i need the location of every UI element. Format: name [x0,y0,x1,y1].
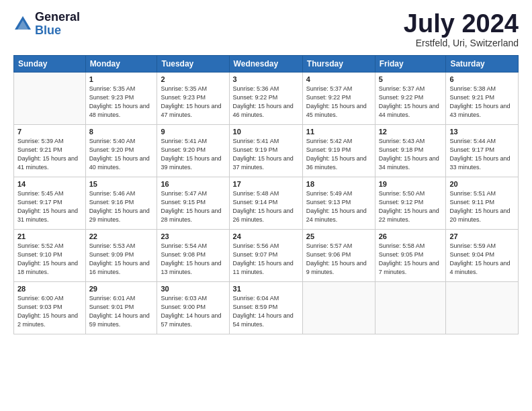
col-friday: Friday [375,56,446,73]
day-info: Sunrise: 5:58 AMSunset: 9:05 PMDaylight:… [379,242,443,277]
calendar-cell: 21Sunrise: 5:52 AMSunset: 9:10 PMDayligh… [14,230,86,282]
calendar-cell: 15Sunrise: 5:46 AMSunset: 9:16 PMDayligh… [85,177,157,230]
calendar-cell: 7Sunrise: 5:39 AMSunset: 9:21 PMDaylight… [14,125,86,177]
day-info: Sunrise: 6:03 AMSunset: 9:00 PMDaylight:… [161,294,225,329]
day-info: Sunrise: 5:56 AMSunset: 9:07 PMDaylight:… [233,242,299,277]
day-info: Sunrise: 5:38 AMSunset: 9:21 PMDaylight:… [449,85,515,120]
month-title: July 2024 [404,11,519,36]
calendar-cell: 27Sunrise: 5:59 AMSunset: 9:04 PMDayligh… [446,230,519,282]
day-number: 19 [379,180,443,188]
day-info: Sunrise: 5:57 AMSunset: 9:06 PMDaylight:… [306,242,371,277]
header-row: Sunday Monday Tuesday Wednesday Thursday… [14,56,519,73]
day-info: Sunrise: 5:54 AMSunset: 9:08 PMDaylight:… [161,242,225,277]
calendar-week-row: 28Sunrise: 6:00 AMSunset: 9:03 PMDayligh… [14,282,519,334]
day-number: 28 [17,285,82,293]
day-info: Sunrise: 5:46 AMSunset: 9:16 PMDaylight:… [89,189,154,224]
day-number: 3 [233,75,299,83]
logo-blue: Blue [35,24,80,38]
calendar-cell: 24Sunrise: 5:56 AMSunset: 9:07 PMDayligh… [229,230,302,282]
day-number: 18 [306,180,371,188]
calendar-cell: 5Sunrise: 5:37 AMSunset: 9:22 PMDaylight… [375,73,446,125]
calendar-cell: 9Sunrise: 5:41 AMSunset: 9:20 PMDaylight… [157,125,229,177]
day-number: 27 [449,232,515,240]
day-number: 13 [449,128,515,136]
day-info: Sunrise: 5:37 AMSunset: 9:22 PMDaylight:… [379,85,443,120]
day-number: 5 [379,75,443,83]
day-number: 30 [161,285,225,293]
calendar-cell: 30Sunrise: 6:03 AMSunset: 9:00 PMDayligh… [157,282,229,334]
calendar-cell: 8Sunrise: 5:40 AMSunset: 9:20 PMDaylight… [85,125,157,177]
calendar-cell: 18Sunrise: 5:49 AMSunset: 9:13 PMDayligh… [302,177,375,230]
day-number: 21 [17,232,82,240]
calendar-week-row: 1Sunrise: 5:35 AMSunset: 9:23 PMDaylight… [14,73,519,125]
day-number: 2 [161,75,225,83]
day-number: 20 [449,180,515,188]
day-info: Sunrise: 5:59 AMSunset: 9:04 PMDaylight:… [449,242,515,277]
day-number: 8 [89,128,154,136]
calendar-cell [446,282,519,334]
day-number: 29 [89,285,154,293]
day-info: Sunrise: 5:48 AMSunset: 9:14 PMDaylight:… [233,189,299,224]
calendar-cell: 3Sunrise: 5:36 AMSunset: 9:22 PMDaylight… [229,73,302,125]
logo: General Blue [13,11,80,38]
calendar-cell: 22Sunrise: 5:53 AMSunset: 9:09 PMDayligh… [85,230,157,282]
day-info: Sunrise: 5:41 AMSunset: 9:19 PMDaylight:… [233,137,299,172]
day-info: Sunrise: 5:40 AMSunset: 9:20 PMDaylight:… [89,137,154,172]
day-number: 24 [233,232,299,240]
calendar-cell: 2Sunrise: 5:35 AMSunset: 9:23 PMDaylight… [157,73,229,125]
calendar-week-row: 7Sunrise: 5:39 AMSunset: 9:21 PMDaylight… [14,125,519,177]
day-info: Sunrise: 5:49 AMSunset: 9:13 PMDaylight:… [306,189,371,224]
calendar-cell: 11Sunrise: 5:42 AMSunset: 9:19 PMDayligh… [302,125,375,177]
day-number: 26 [379,232,443,240]
day-info: Sunrise: 5:35 AMSunset: 9:23 PMDaylight:… [89,85,154,120]
calendar-table: Sunday Monday Tuesday Wednesday Thursday… [13,55,519,334]
calendar-week-row: 21Sunrise: 5:52 AMSunset: 9:10 PMDayligh… [14,230,519,282]
col-wednesday: Wednesday [229,56,302,73]
calendar-cell: 16Sunrise: 5:47 AMSunset: 9:15 PMDayligh… [157,177,229,230]
day-number: 22 [89,232,154,240]
day-info: Sunrise: 5:39 AMSunset: 9:21 PMDaylight:… [17,137,82,172]
calendar-cell: 25Sunrise: 5:57 AMSunset: 9:06 PMDayligh… [302,230,375,282]
calendar-cell: 26Sunrise: 5:58 AMSunset: 9:05 PMDayligh… [375,230,446,282]
day-info: Sunrise: 5:45 AMSunset: 9:17 PMDaylight:… [17,189,82,224]
day-info: Sunrise: 5:42 AMSunset: 9:19 PMDaylight:… [306,137,371,172]
day-number: 1 [89,75,154,83]
page: General Blue July 2024 Erstfeld, Uri, Sw… [0,0,532,411]
day-info: Sunrise: 5:37 AMSunset: 9:22 PMDaylight:… [306,85,371,120]
calendar-header: Sunday Monday Tuesday Wednesday Thursday… [14,56,519,73]
calendar-cell: 10Sunrise: 5:41 AMSunset: 9:19 PMDayligh… [229,125,302,177]
col-thursday: Thursday [302,56,375,73]
calendar-cell: 13Sunrise: 5:44 AMSunset: 9:17 PMDayligh… [446,125,519,177]
col-sunday: Sunday [14,56,86,73]
day-number: 12 [379,128,443,136]
logo-icon [13,15,32,34]
calendar-cell: 4Sunrise: 5:37 AMSunset: 9:22 PMDaylight… [302,73,375,125]
calendar-cell: 19Sunrise: 5:50 AMSunset: 9:12 PMDayligh… [375,177,446,230]
calendar-cell: 17Sunrise: 5:48 AMSunset: 9:14 PMDayligh… [229,177,302,230]
day-number: 11 [306,128,371,136]
col-monday: Monday [85,56,157,73]
day-info: Sunrise: 6:01 AMSunset: 9:01 PMDaylight:… [89,294,154,329]
calendar-cell: 31Sunrise: 6:04 AMSunset: 8:59 PMDayligh… [229,282,302,334]
calendar-week-row: 14Sunrise: 5:45 AMSunset: 9:17 PMDayligh… [14,177,519,230]
day-number: 4 [306,75,371,83]
day-info: Sunrise: 5:43 AMSunset: 9:18 PMDaylight:… [379,137,443,172]
day-number: 31 [233,285,299,293]
day-number: 23 [161,232,225,240]
col-tuesday: Tuesday [157,56,229,73]
day-info: Sunrise: 5:50 AMSunset: 9:12 PMDaylight:… [379,189,443,224]
day-number: 14 [17,180,82,188]
calendar-cell: 20Sunrise: 5:51 AMSunset: 9:11 PMDayligh… [446,177,519,230]
day-info: Sunrise: 5:51 AMSunset: 9:11 PMDaylight:… [449,189,515,224]
calendar-cell: 23Sunrise: 5:54 AMSunset: 9:08 PMDayligh… [157,230,229,282]
day-info: Sunrise: 6:04 AMSunset: 8:59 PMDaylight:… [233,294,299,329]
calendar-cell: 14Sunrise: 5:45 AMSunset: 9:17 PMDayligh… [14,177,86,230]
day-info: Sunrise: 5:53 AMSunset: 9:09 PMDaylight:… [89,242,154,277]
logo-general: General [35,11,80,24]
header: General Blue July 2024 Erstfeld, Uri, Sw… [13,11,519,48]
day-info: Sunrise: 5:41 AMSunset: 9:20 PMDaylight:… [161,137,225,172]
day-info: Sunrise: 5:47 AMSunset: 9:15 PMDaylight:… [161,189,225,224]
calendar-cell: 1Sunrise: 5:35 AMSunset: 9:23 PMDaylight… [85,73,157,125]
location-subtitle: Erstfeld, Uri, Switzerland [404,38,519,48]
day-info: Sunrise: 5:35 AMSunset: 9:23 PMDaylight:… [161,85,225,120]
